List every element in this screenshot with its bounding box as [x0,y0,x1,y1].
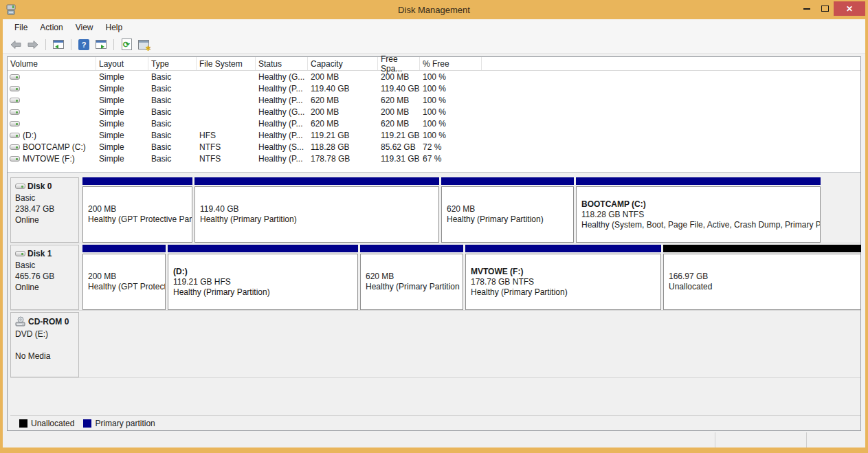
cell-free-space: 119.31 GB [378,154,420,164]
cell-layout: Simple [96,96,148,105]
partition-header [663,245,861,252]
table-row[interactable]: Simple Basic Healthy (P... 620 MB 620 MB… [8,118,860,129]
partition[interactable]: 119.40 GBHealthy (Primary Partition) [194,177,439,243]
disk-1-strip: 200 MBHealthy (GPT Protect (D:) 119.21 G… [82,245,861,310]
disk-management-window: Disk Management ✕ File Action View Help [0,0,868,453]
cdrom-0-info-panel[interactable]: CD-ROM 0 DVD (E:) No Media [10,312,79,377]
cell-type: Basic [148,154,197,164]
table-row[interactable]: Simple Basic Healthy (G... 200 MB 200 MB… [8,106,860,118]
column-header-free-space[interactable]: Free Spa... [378,57,420,70]
legend-unallocated: Unallocated [19,419,74,428]
volume-icon [10,121,20,126]
rescan-disks-button[interactable] [136,37,151,52]
show-console-tree-button[interactable] [51,37,66,52]
unallocated-region[interactable]: 166.97 GBUnallocated [663,245,861,310]
maximize-button[interactable] [816,1,834,16]
partition-status: Healthy (Primary Partition [366,282,463,292]
help-button[interactable]: ? [76,37,91,52]
menu-view[interactable]: View [69,21,100,34]
volume-name: MVTOWE (F:) [23,154,75,164]
close-button[interactable]: ✕ [834,1,865,16]
disk-name: Disk 0 [27,181,52,191]
menu-bar: File Action View Help [3,19,865,36]
table-row[interactable]: BOOTCAMP (C:) Simple Basic NTFS Healthy … [8,141,860,153]
toolbar-separator [71,39,71,50]
volume-icon [10,98,20,103]
status-bar-message-area [3,432,715,448]
partition-d[interactable]: (D:) 119.21 GB HFS Healthy (Primary Part… [168,245,358,310]
partition-header [168,245,358,252]
cell-file-system: NTFS [197,154,256,164]
column-header-capacity[interactable]: Capacity [308,57,378,70]
cell-type: Basic [148,72,197,82]
toolbar-separator [113,39,114,50]
forward-arrow-icon [27,40,38,49]
cell-free-space: 620 MB [378,119,420,129]
column-header-layout[interactable]: Layout [96,57,148,70]
cell-file-system: HFS [197,131,256,140]
menu-help[interactable]: Help [100,21,129,34]
console-content-panel: Volume Layout Type File System Status Ca… [7,56,861,431]
back-button[interactable] [8,37,23,52]
disk-0-info-panel[interactable]: Disk 0 Basic 238.47 GB Online [10,177,79,243]
cell-capacity: 620 MB [308,119,378,129]
partition[interactable]: 200 MBHealthy (GPT Protective Par [82,177,192,243]
column-header-file-system[interactable]: File System [197,57,256,70]
partition-header [441,177,574,185]
partition-header [576,177,821,185]
partition[interactable]: 620 MBHealthy (Primary Partition [360,245,463,310]
volume-list-header: Volume Layout Type File System Status Ca… [8,57,860,71]
volume-name: BOOTCAMP (C:) [23,142,86,152]
partition-size: 178.78 GB NTFS [471,277,660,287]
disk-name: Disk 1 [27,249,52,258]
column-header-type[interactable]: Type [148,57,197,70]
title-bar[interactable]: Disk Management ✕ [0,0,868,19]
partition-header [82,245,166,252]
minimize-icon [803,8,810,10]
partition-mvtowe[interactable]: MVTOWE (F:) 178.78 GB NTFS Healthy (Prim… [465,245,661,310]
cell-pct-free: 100 % [420,72,482,82]
cell-status: Healthy (P... [256,96,308,105]
table-row[interactable]: (D:) Simple Basic HFS Healthy (P... 119.… [8,129,860,141]
table-row[interactable]: Simple Basic Healthy (P... 620 MB 620 MB… [8,94,860,106]
status-bar-segment [806,432,865,448]
show-action-pane-button[interactable] [93,37,109,52]
table-row[interactable]: Simple Basic Healthy (P... 119.40 GB 119… [8,82,860,94]
partition-size: 200 MB [88,272,165,282]
disk-1-row: Disk 1 Basic 465.76 GB Online 200 MBHeal… [10,245,860,311]
partition[interactable]: 620 MBHealthy (Primary Partition) [441,177,574,243]
menu-file[interactable]: File [8,21,34,34]
forward-button[interactable] [25,37,41,52]
refresh-button[interactable]: ⟳ [119,37,134,52]
cdrom-icon [15,316,26,327]
disk-type: Basic [15,193,76,203]
unallocated-swatch [19,419,27,428]
column-header-volume[interactable]: Volume [8,57,96,70]
console-tree-icon [53,40,64,49]
table-row[interactable]: Simple Basic Healthy (G... 200 MB 200 MB… [8,71,860,82]
column-header-pct-free[interactable]: % Free [420,57,482,70]
minimize-button[interactable] [798,1,816,16]
partition-bootcamp[interactable]: BOOTCAMP (C:) 118.28 GB NTFS Healthy (Sy… [576,177,821,243]
column-header-status[interactable]: Status [256,57,308,70]
volume-name: (D:) [23,131,36,140]
partition-size: 166.97 GB [669,272,860,282]
disk-type: Basic [15,261,76,270]
partition-name: BOOTCAMP (C:) [581,199,820,210]
window-body: File Action View Help ? [3,19,865,448]
cell-free-space: 200 MB [378,72,420,82]
partition-status: Healthy (GPT Protective Par [88,214,192,225]
menu-action[interactable]: Action [34,21,69,34]
partition-size: 118.28 GB NTFS [581,210,820,220]
cell-pct-free: 67 % [420,154,482,164]
partition-status: Healthy (GPT Protect [88,282,165,292]
legend-label: Primary partition [95,419,155,428]
partition-status: Healthy (System, Boot, Page File, Active… [581,220,820,230]
partition[interactable]: 200 MBHealthy (GPT Protect [82,245,166,310]
volume-icon [10,109,20,115]
cell-type: Basic [148,96,197,105]
table-row[interactable]: MVTOWE (F:) Simple Basic NTFS Healthy (P… [8,153,860,164]
disk-1-info-panel[interactable]: Disk 1 Basic 465.76 GB Online [10,245,79,310]
disk-icon [15,184,25,189]
partition-status: Unallocated [669,282,860,292]
